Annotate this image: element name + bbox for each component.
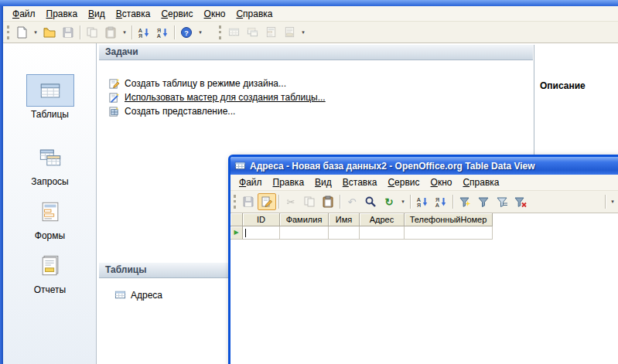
menu-help[interactable]: Справка xyxy=(457,175,504,189)
sort-descending-glyph: ЯА xyxy=(435,196,447,208)
new-document-icon[interactable] xyxy=(12,24,31,41)
column-header-id[interactable]: ID xyxy=(243,213,280,226)
sidebar-item-forms[interactable]: Формы xyxy=(3,196,97,241)
find-record-glyph xyxy=(364,196,377,208)
help-icon[interactable]: ? xyxy=(177,24,196,41)
table-item-adresa[interactable]: Адреса xyxy=(114,289,162,301)
task-table-wizard[interactable]: Использовать мастер для создания таблицы… xyxy=(108,91,326,104)
sort-ascending-icon[interactable]: АЯ xyxy=(135,24,153,41)
table-glyph xyxy=(228,26,240,38)
menu-tools[interactable]: Сервис xyxy=(382,175,425,189)
toolbar-separator xyxy=(278,195,279,209)
query-icon[interactable] xyxy=(243,24,261,41)
sidebar-item-label: Таблицы xyxy=(31,109,69,120)
open-icon[interactable] xyxy=(40,24,59,41)
sort-ascending-glyph: АЯ xyxy=(416,196,429,208)
cell-imya[interactable] xyxy=(329,226,360,240)
refresh-dropdown[interactable]: ▾ xyxy=(398,193,408,210)
cell-id[interactable] xyxy=(243,226,280,240)
row-selector-header[interactable] xyxy=(230,213,243,226)
menu-window[interactable]: Окно xyxy=(199,7,231,21)
menu-edit[interactable]: Правка xyxy=(268,175,310,189)
query-glyph xyxy=(247,26,258,38)
svg-text:Я: Я xyxy=(157,28,161,33)
paste-dropdown[interactable]: ▾ xyxy=(120,24,129,41)
sort-descending-glyph: ЯА xyxy=(156,26,169,39)
find-record-icon[interactable] xyxy=(361,193,380,210)
menu-tools[interactable]: Сервис xyxy=(155,7,198,21)
child-titlebar[interactable]: Адреса - Новая база данных2 - OpenOffice… xyxy=(230,157,618,175)
task-label: Использовать мастер для создания таблицы… xyxy=(125,92,326,103)
sort-ascending-icon[interactable]: АЯ xyxy=(413,193,432,210)
menu-insert[interactable]: Вставка xyxy=(337,175,383,189)
cut-icon[interactable]: ✂ xyxy=(282,193,300,210)
column-header-adres[interactable]: Адрес xyxy=(360,213,405,226)
row-selector[interactable]: ▶ xyxy=(230,226,243,240)
apply-filter-glyph xyxy=(477,196,490,208)
menu-insert[interactable]: Вставка xyxy=(111,7,156,21)
edit-data-icon[interactable] xyxy=(258,193,276,210)
refresh-glyph: ↻ xyxy=(385,197,394,207)
toolbar-grip[interactable] xyxy=(234,195,236,209)
task-create-view[interactable]: Создать представление... xyxy=(108,105,235,117)
help-dropdown[interactable]: ▾ xyxy=(196,24,205,41)
menu-view[interactable]: Вид xyxy=(83,7,111,21)
main-toolbar: ▾ ▾ АЯ ЯА ? ▾ ▾ xyxy=(3,22,618,43)
main-titlebar[interactable] xyxy=(0,0,618,6)
paste-icon[interactable] xyxy=(101,24,120,41)
report-glyph xyxy=(284,26,295,38)
menu-window[interactable]: Окно xyxy=(425,175,458,189)
remove-filter-icon[interactable] xyxy=(511,193,530,210)
report-icon[interactable] xyxy=(280,24,299,41)
save-icon[interactable] xyxy=(59,24,77,41)
column-header-imya[interactable]: Имя xyxy=(329,213,360,226)
reports-icon xyxy=(26,250,74,282)
menu-view[interactable]: Вид xyxy=(309,175,337,189)
auto-filter-icon[interactable] xyxy=(456,193,474,210)
cell-familia[interactable] xyxy=(280,226,329,240)
task-create-table-design[interactable]: Создать таблицу в режиме дизайна... xyxy=(108,77,286,90)
forms-toolbar-grip[interactable] xyxy=(219,26,221,39)
sidebar-item-reports[interactable]: Отчеты xyxy=(3,250,97,295)
save-record-icon[interactable] xyxy=(239,193,258,210)
tasks-panel-header: Задачи xyxy=(99,45,533,60)
undo-icon[interactable]: ↶ xyxy=(343,193,361,210)
toolbar-overflow[interactable]: ▾ xyxy=(299,24,308,41)
copy-icon[interactable] xyxy=(300,193,319,210)
svg-text:Я: Я xyxy=(435,197,439,202)
menu-edit[interactable]: Правка xyxy=(41,7,84,21)
sidebar-item-queries[interactable]: Запросы xyxy=(3,141,97,187)
table-wizard-icon xyxy=(108,92,120,104)
sidebar-item-tables[interactable]: Таблицы xyxy=(3,74,97,120)
svg-text:?: ? xyxy=(184,29,189,36)
forms-icon xyxy=(26,196,74,228)
sort-descending-icon[interactable]: ЯА xyxy=(432,193,450,210)
toolbar-separator xyxy=(340,195,340,209)
sidebar-item-label: Формы xyxy=(35,230,65,241)
paste-icon[interactable] xyxy=(319,193,337,210)
current-row-marker-icon: ▶ xyxy=(234,230,238,236)
cut-glyph: ✂ xyxy=(287,197,295,207)
child-menubar: Файл Правка Вид Вставка Сервис Окно Спра… xyxy=(230,175,618,191)
svg-text:А: А xyxy=(157,33,161,39)
toolbar-grip[interactable] xyxy=(7,26,9,39)
remove-filter-glyph xyxy=(514,196,527,208)
form-icon[interactable] xyxy=(261,24,280,41)
menu-file[interactable]: Файл xyxy=(7,7,41,21)
column-header-telefon[interactable]: ТелефонныйНомер xyxy=(405,213,493,226)
standard-filter-icon[interactable] xyxy=(493,193,511,210)
new-document-dropdown[interactable]: ▾ xyxy=(31,24,40,41)
create-view-icon xyxy=(108,106,120,117)
menu-help[interactable]: Справка xyxy=(230,7,278,21)
menu-file[interactable]: Файл xyxy=(234,175,268,189)
sort-descending-icon[interactable]: ЯА xyxy=(153,24,172,41)
toolbar-options-dropdown[interactable]: ▾ xyxy=(608,193,617,210)
table-icon[interactable] xyxy=(224,24,243,41)
refresh-icon[interactable]: ↻ xyxy=(380,193,398,210)
column-header-familia[interactable]: Фамилия xyxy=(280,213,329,226)
copy-icon[interactable] xyxy=(83,24,101,41)
cell-telefon[interactable] xyxy=(405,226,493,240)
apply-filter-icon[interactable] xyxy=(474,193,493,210)
cell-adres[interactable] xyxy=(360,226,405,240)
copy-glyph xyxy=(86,26,98,39)
